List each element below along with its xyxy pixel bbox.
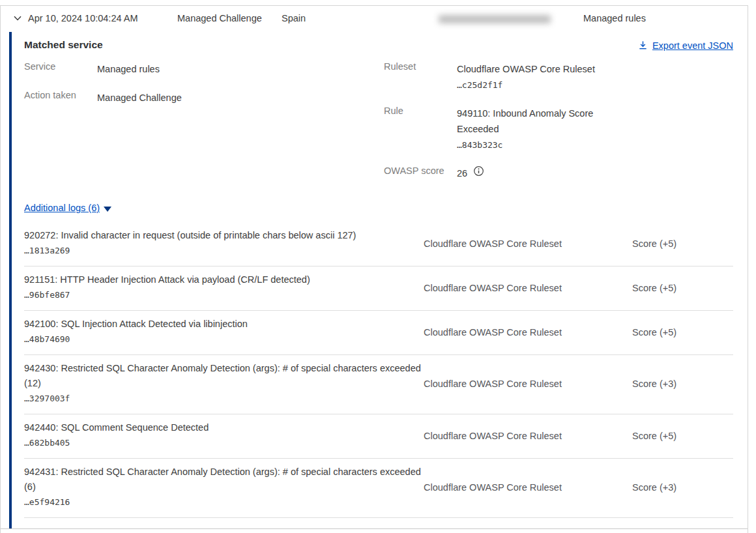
additional-logs-toggle[interactable]: Additional logs (6) <box>24 203 111 213</box>
log-ruleset: Cloudflare OWASP Core Ruleset <box>424 238 632 249</box>
field-label: OWASP score <box>384 166 457 181</box>
log-rule-id: …1813a269 <box>24 246 70 255</box>
export-event-json-button[interactable]: Export event JSON <box>638 39 733 52</box>
field-label: Ruleset <box>384 61 457 93</box>
log-score: Score (+5) <box>632 431 733 441</box>
log-row: 942430: Restricted SQL Character Anomaly… <box>24 355 733 414</box>
log-score: Score (+3) <box>632 482 733 493</box>
field-owasp-score: OWASP score 26 <box>384 166 632 181</box>
log-rule-id: …3297003f <box>24 394 70 403</box>
field-value: Managed Challenge <box>97 90 182 106</box>
log-ruleset: Cloudflare OWASP Core Ruleset <box>424 283 632 293</box>
ruleset-id: …c25d2f1f <box>457 80 502 90</box>
log-rule-description: 942440: SQL Comment Sequence Detected <box>24 422 209 433</box>
log-score: Score (+3) <box>632 379 733 389</box>
field-rule: Rule 949110: Inbound Anomaly Score Excee… <box>384 106 632 153</box>
log-rule-description: 920272: Invalid character in request (ou… <box>24 230 356 240</box>
field-ruleset: Ruleset Cloudflare OWASP Core Ruleset …c… <box>384 61 632 93</box>
log-score: Score (+5) <box>632 327 733 338</box>
triangle-down-icon <box>104 207 111 212</box>
event-action: Managed Challenge <box>177 13 262 23</box>
field-label: Service <box>24 61 97 77</box>
event-summary-row[interactable]: Apr 10, 2024 10:04:24 AM Managed Challen… <box>1 6 748 32</box>
additional-logs-table: 920272: Invalid character in request (ou… <box>24 222 733 518</box>
matched-service-fields: Service Managed rules Action taken Manag… <box>24 61 733 179</box>
log-ruleset: Cloudflare OWASP Core Ruleset <box>424 379 632 389</box>
log-rule-description: 942100: SQL Injection Attack Detected vi… <box>24 319 248 329</box>
field-label: Rule <box>384 106 457 153</box>
log-row: 921151: HTTP Header Injection Attack via… <box>24 266 733 311</box>
log-score: Score (+5) <box>632 238 733 249</box>
ruleset-name: Cloudflare OWASP Core Ruleset <box>457 64 595 74</box>
log-rule-id: …48b74690 <box>24 334 70 344</box>
event-country: Spain <box>282 13 306 23</box>
log-rule-description: 942430: Restricted SQL Character Anomaly… <box>24 363 421 388</box>
event-timestamp: Apr 10, 2024 10:04:24 AM <box>28 13 138 23</box>
log-rule-id: …682bb405 <box>24 438 70 448</box>
field-label: Action taken <box>24 90 97 106</box>
log-rule-id: …96bfe867 <box>24 290 70 300</box>
info-icon[interactable] <box>473 166 484 181</box>
log-score: Score (+5) <box>632 283 733 293</box>
event-service: Managed rules <box>583 13 646 23</box>
log-ruleset: Cloudflare OWASP Core Ruleset <box>424 431 632 441</box>
log-row: 942100: SQL Injection Attack Detected vi… <box>24 311 733 355</box>
field-value: Managed rules <box>97 61 160 77</box>
chevron-down-icon[interactable] <box>12 13 23 23</box>
owasp-score-value: 26 <box>457 166 467 181</box>
redacted-hostname <box>439 15 551 23</box>
log-ruleset: Cloudflare OWASP Core Ruleset <box>424 327 632 338</box>
rule-name: 949110: Inbound Anomaly Score Exceeded <box>457 108 593 134</box>
matched-service-title: Matched service <box>24 39 103 51</box>
log-rule-id: …e5f94216 <box>24 497 70 507</box>
selected-row-accent-bar <box>9 32 12 528</box>
log-rule-description: 921151: HTTP Header Injection Attack via… <box>24 274 310 285</box>
log-row: 942431: Restricted SQL Character Anomaly… <box>24 459 733 518</box>
log-row: 942440: SQL Comment Sequence Detected …6… <box>24 414 733 459</box>
event-detail-panel: Matched service Export event JSON Servic… <box>1 32 748 529</box>
download-icon <box>638 39 648 52</box>
log-ruleset: Cloudflare OWASP Core Ruleset <box>424 482 632 493</box>
rule-id: …843b323c <box>457 140 502 150</box>
log-row: 920272: Invalid character in request (ou… <box>24 222 733 266</box>
log-rule-description: 942431: Restricted SQL Character Anomaly… <box>24 467 421 492</box>
event-table-frame: Apr 10, 2024 10:04:24 AM Managed Challen… <box>0 5 748 533</box>
